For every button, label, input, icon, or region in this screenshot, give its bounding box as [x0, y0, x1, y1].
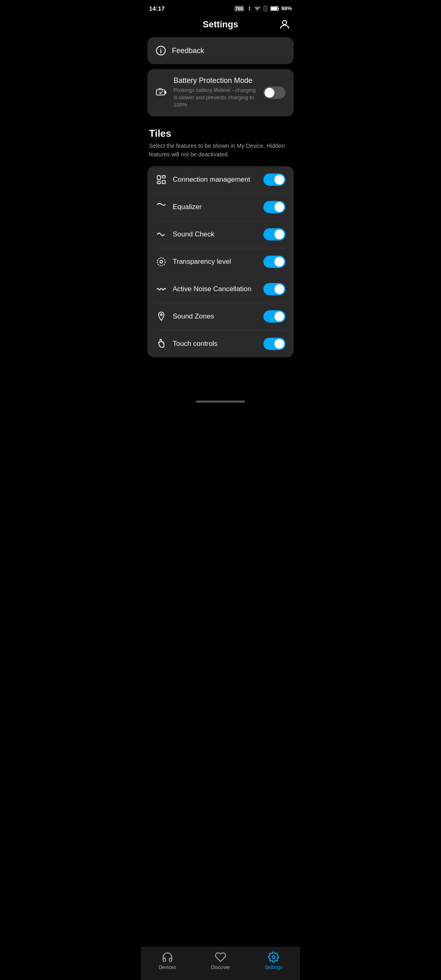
tiles-section-header: Tiles Select the features to be shown in… [141, 121, 300, 160]
svg-point-15 [160, 260, 163, 263]
tile-equalizer: Equalizer [156, 194, 285, 221]
svg-point-14 [157, 258, 165, 266]
tiles-card: Connection management Equalizer [147, 166, 294, 357]
svg-rect-10 [157, 176, 160, 180]
feedback-card[interactable]: Feedback [147, 37, 294, 64]
tile-label-anc: Active Noise Cancellation [173, 285, 258, 293]
battery-protection-card: Battery Protection Mode Prolongs battery… [147, 69, 294, 116]
toggle-equalizer[interactable] [263, 201, 285, 213]
tile-label-equalizer: Equalizer [173, 203, 258, 211]
tile-label-sound-zones: Sound Zones [173, 312, 258, 321]
bluetooth-icon [246, 6, 252, 11]
svg-point-16 [160, 314, 162, 315]
svg-rect-11 [162, 176, 165, 178]
person-icon [278, 18, 291, 31]
svg-rect-2 [271, 7, 277, 10]
connection-management-icon [156, 174, 167, 185]
battery-protection-title: Battery Protection Mode [174, 76, 258, 85]
feedback-label: Feedback [172, 47, 204, 55]
toggle-transparency-level[interactable] [263, 256, 285, 268]
svg-rect-8 [156, 89, 165, 95]
battery-protection-desc: Prolongs battery lifetime - charging is … [174, 87, 258, 109]
svg-rect-3 [278, 7, 279, 9]
wifi-icon [254, 6, 261, 11]
tile-label-transparency: Transparency level [173, 258, 258, 266]
tile-label-touch-controls: Touch controls [173, 340, 258, 348]
page-header: Settings [141, 15, 300, 37]
sound-zones-icon [156, 311, 167, 322]
tiles-title: Tiles [149, 128, 292, 139]
status-time: 14:17 [149, 5, 165, 12]
tile-touch-controls: Touch controls [156, 330, 285, 357]
sim-icon: 765 [234, 6, 244, 11]
toggle-connection-management[interactable] [263, 174, 285, 186]
toggle-touch-controls[interactable] [263, 338, 285, 350]
tile-label-sound-check: Sound Check [173, 230, 258, 238]
home-indicator [196, 401, 245, 403]
page-title: Settings [203, 19, 238, 30]
tile-label-connection: Connection management [173, 176, 258, 184]
battery-protection-toggle[interactable] [263, 87, 285, 99]
svg-rect-12 [162, 180, 165, 184]
status-icons: 765 98% [234, 5, 292, 11]
equalizer-icon [156, 201, 167, 213]
info-icon [156, 45, 166, 56]
tile-sound-zones: Sound Zones [156, 303, 285, 330]
sim-alert-icon [263, 6, 268, 11]
svg-rect-9 [165, 91, 166, 94]
battery-protection-icon [156, 87, 168, 98]
toggle-sound-zones[interactable] [263, 310, 285, 323]
toggle-knob [265, 88, 274, 98]
touch-controls-icon [156, 338, 167, 350]
svg-point-4 [283, 20, 287, 24]
tile-transparency-level: Transparency level [156, 248, 285, 276]
tile-sound-check: Sound Check [156, 221, 285, 248]
battery-icon [270, 6, 279, 11]
transparency-icon [156, 256, 167, 267]
tile-connection-management: Connection management [156, 166, 285, 194]
sound-check-icon [156, 229, 167, 240]
toggle-anc[interactable] [263, 283, 285, 295]
battery-percent: 98% [281, 5, 292, 11]
main-content: Feedback Battery Protection Mode Prolong… [141, 37, 300, 399]
svg-rect-0 [264, 6, 267, 11]
status-bar: 14:17 765 98% [141, 0, 300, 15]
profile-button[interactable] [277, 17, 292, 32]
toggle-sound-check[interactable] [263, 228, 285, 241]
svg-rect-13 [157, 181, 160, 183]
tile-anc: Active Noise Cancellation [156, 276, 285, 303]
anc-icon [156, 283, 167, 295]
tiles-description: Select the features to be shown in My De… [149, 142, 292, 159]
